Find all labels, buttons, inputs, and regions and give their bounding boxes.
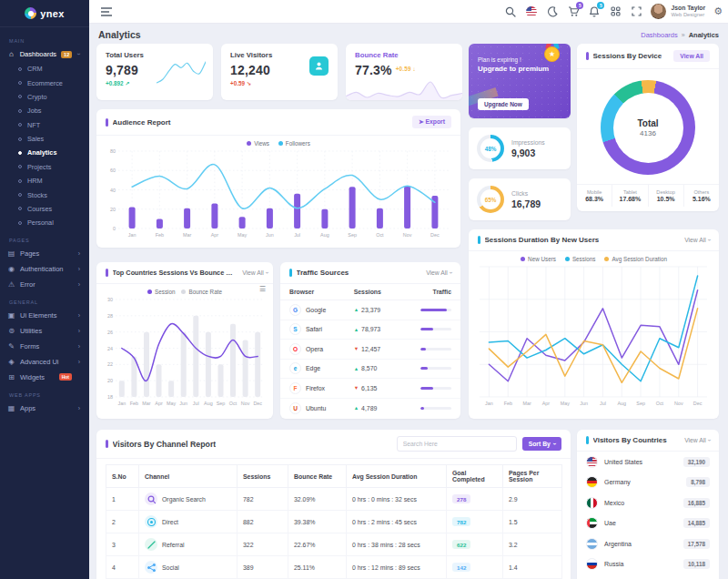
sidebar-item-crm[interactable]: CRM — [0, 62, 89, 76]
view-all-dropdown[interactable]: View All› — [242, 269, 268, 276]
channel-row-social[interactable]: 4Social38925.11%0 hrs : 12 mins : 89 sec… — [106, 556, 562, 579]
traffic-sources-panel: Traffic Sources View All› BrowserSession… — [280, 262, 460, 419]
sidebar-item-jobs[interactable]: Jobs — [0, 104, 89, 117]
column-header[interactable]: Bounce Rate — [288, 465, 347, 488]
menu-toggle-icon[interactable] — [100, 5, 113, 18]
sidebar-item-widgets[interactable]: ⊞WidgetsHot — [0, 370, 89, 385]
sidebar-item-courses[interactable]: Courses — [0, 202, 89, 216]
edge-icon: e — [289, 362, 301, 374]
dark-mode-icon[interactable] — [546, 5, 559, 18]
logo[interactable]: ynex — [0, 0, 89, 27]
country-row-argentina[interactable]: Argentina17,578 — [577, 533, 719, 554]
country-row-germany[interactable]: Germany8,798 — [577, 472, 719, 493]
country-row-uae[interactable]: Uae14,885 — [577, 513, 719, 534]
sidebar-item-dashboards[interactable]: ⌂Dashboards12› — [0, 46, 89, 62]
svg-text:24: 24 — [107, 346, 113, 351]
user-role: Web Designer — [671, 12, 705, 18]
fullscreen-icon[interactable] — [630, 5, 642, 18]
sidebar-item-utilities[interactable]: ⊚Utilities› — [0, 323, 89, 339]
traffic-row-firefox[interactable]: FFirefox▼6,135 — [280, 379, 460, 399]
sidebar-item-advanced-ui[interactable]: ◈Advanced Ui› — [0, 354, 89, 370]
view-all-dropdown[interactable]: View All› — [684, 437, 710, 443]
svg-text:Mar: Mar — [142, 401, 150, 406]
sidebar-item-error[interactable]: ⚠Error› — [0, 277, 89, 292]
svg-text:May: May — [238, 232, 247, 238]
trend-down-icon: ▼ — [354, 385, 359, 391]
traffic-row-safari[interactable]: SSafari▲78,973 — [280, 320, 460, 340]
sidebar-item-label: Apps — [20, 404, 72, 412]
sidebar-item-label: Error — [20, 280, 72, 289]
sidebar-item-ui-elements[interactable]: ▣Ui Elements› — [0, 308, 89, 323]
sidebar-item-apps[interactable]: ▦Apps› — [0, 401, 89, 416]
medal-icon: ★ — [544, 44, 560, 62]
sidebar-item-authentication[interactable]: ◉Authentication› — [0, 261, 89, 277]
traffic-row-ubuntu[interactable]: UUbuntu▲4,789 — [280, 399, 460, 419]
trend-down-icon: ▼ — [354, 346, 359, 351]
language-flag-icon[interactable] — [525, 5, 538, 18]
sidebar-item-personal[interactable]: Personal — [0, 216, 89, 229]
sidebar-item-sales[interactable]: Sales — [0, 132, 89, 146]
channel-row-organic-search[interactable]: 1Organic Search78232.09%0 hrs : 0 mins :… — [106, 488, 562, 511]
sidebar-item-ecommerce[interactable]: Ecommerce — [0, 76, 89, 89]
chart-menu-icon[interactable]: ☰ — [259, 288, 266, 291]
upgrade-now-button[interactable]: Upgrade Now — [478, 98, 529, 110]
country-row-united-states[interactable]: United States32,190 — [577, 452, 719, 472]
traffic-row-google[interactable]: GGoogle▲23,379 — [280, 300, 460, 320]
view-all-dropdown[interactable]: View All› — [426, 269, 451, 276]
legend-item[interactable]: Followers — [278, 140, 310, 147]
sidebar-item-nft[interactable]: NFT — [0, 118, 89, 132]
export-button[interactable]: ➤ Export — [412, 116, 451, 128]
sidebar-item-pages[interactable]: ▤Pages› — [0, 246, 89, 261]
column-header[interactable]: S.No — [106, 465, 139, 488]
sidebar-item-crypto[interactable]: Crypto — [0, 90, 89, 104]
column-header[interactable]: Channel — [139, 465, 238, 488]
bullet-icon — [18, 165, 22, 168]
country-row-mexico[interactable]: Mexico16,885 — [577, 493, 719, 513]
radial-value: 48% — [480, 138, 500, 158]
legend-item[interactable]: New Users — [521, 256, 556, 262]
svg-text:Oct: Oct — [229, 401, 238, 406]
legend-item[interactable]: Bounce Rate — [181, 289, 221, 295]
legend-item[interactable]: Avg Session Duration — [604, 256, 666, 262]
panel-title: Audience Report — [113, 118, 171, 127]
sidebar-item-analytics[interactable]: Analytics — [0, 146, 89, 159]
advanced-ui-icon: ◈ — [7, 358, 15, 366]
channel-row-referral[interactable]: 3Referral32222.67%0 hrs : 38 mins : 28 s… — [106, 533, 562, 556]
sidebar-item-hrm[interactable]: HRM — [0, 174, 89, 188]
visitors-person-icon — [309, 56, 329, 76]
legend-item[interactable]: Sessions — [565, 256, 596, 262]
notifications-bell-icon[interactable]: 5 — [588, 5, 601, 18]
sidebar-item-stocks[interactable]: Stocks — [0, 188, 89, 201]
country-row-russia[interactable]: Russia10,118 — [577, 554, 719, 575]
chevron-icon: › — [76, 359, 82, 365]
ru-flag-icon — [586, 558, 598, 570]
breadcrumb-parent[interactable]: Dashboards — [641, 31, 677, 39]
legend-item[interactable]: Session — [147, 289, 175, 295]
search-input[interactable] — [397, 436, 517, 452]
traffic-row-edge[interactable]: eEdge▲8,570 — [280, 360, 460, 380]
user-menu[interactable]: Json Taylor Web Designer — [651, 4, 705, 19]
settings-gear-icon[interactable]: ⚙ — [713, 6, 723, 16]
cart-icon[interactable]: 5 — [567, 5, 580, 18]
sidebar-item-label: Stocks — [27, 191, 47, 199]
us-flag-icon — [526, 6, 537, 17]
channel-row-direct[interactable]: 2Direct88239.38%0 hrs : 2 mins : 45 secs… — [106, 511, 562, 533]
sidebar-item-projects[interactable]: Projects — [0, 160, 89, 174]
column-header[interactable]: Avg Session Duration — [347, 465, 447, 488]
column-header[interactable]: Pages Per Session — [503, 465, 562, 488]
column-header[interactable]: Sessions — [238, 465, 288, 488]
audience-report-panel: Audience Report ➤ Export ViewsFollowers … — [96, 109, 460, 248]
sessions-duration-panel: Sessions Duration By New Users View All›… — [469, 229, 719, 419]
accent-bar — [586, 436, 589, 444]
column-header[interactable]: Goal Completed — [447, 465, 503, 488]
apps-grid-icon[interactable] — [609, 5, 622, 18]
breadcrumb: Dashboards » Analytics — [641, 31, 719, 39]
traffic-row-opera[interactable]: OOpera▼12,457 — [280, 340, 460, 360]
panel-title: Top Countries Sessions Vs Bounce Rate — [113, 269, 234, 277]
sort-by-button[interactable]: Sort By› — [522, 437, 561, 451]
view-all-dropdown[interactable]: View All› — [684, 237, 710, 243]
sidebar-item-forms[interactable]: ✎Forms› — [0, 339, 89, 354]
search-icon[interactable] — [504, 5, 517, 18]
view-all-button[interactable]: View All — [673, 50, 710, 62]
legend-item[interactable]: Views — [247, 140, 269, 147]
